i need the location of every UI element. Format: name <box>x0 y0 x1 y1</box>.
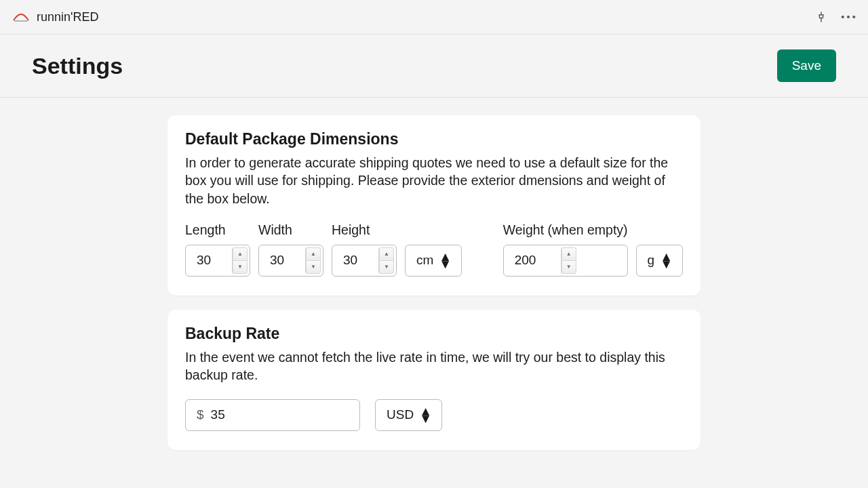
length-spinner: ▲ ▼ <box>232 247 248 274</box>
backup-title: Backup Rate <box>185 325 683 343</box>
size-unit-value: cm <box>416 253 433 268</box>
height-field: Height ▲ ▼ <box>332 222 397 277</box>
length-up-icon[interactable]: ▲ <box>233 247 248 260</box>
dimensions-fields: Length ▲ ▼ Width ▲ <box>185 222 683 277</box>
size-unit-select[interactable]: cm ▲▼ <box>405 245 462 277</box>
weight-field: Weight (when empty) ▲ ▼ <box>503 222 628 277</box>
length-field: Length ▲ ▼ <box>185 222 250 277</box>
weight-unit-value: g <box>648 253 655 268</box>
width-spinner: ▲ ▼ <box>305 247 321 274</box>
select-arrows-icon: ▲▼ <box>439 253 452 268</box>
backup-rate-input-wrapper: $ ▲ ▼ <box>185 399 360 431</box>
height-down-icon[interactable]: ▼ <box>379 260 394 274</box>
height-input-wrapper: ▲ ▼ <box>332 245 397 277</box>
length-input-wrapper: ▲ ▼ <box>185 245 250 277</box>
weight-up-icon[interactable]: ▲ <box>561 247 576 260</box>
size-fields: Length ▲ ▼ Width ▲ <box>185 222 462 277</box>
weight-input-wrapper: ▲ ▼ <box>503 245 628 277</box>
select-arrows-icon: ▲▼ <box>660 253 673 268</box>
weight-label: Weight (when empty) <box>503 222 628 238</box>
width-label: Width <box>258 222 323 238</box>
dimensions-desc: In order to generate accurate shipping q… <box>185 154 683 207</box>
weight-unit-select[interactable]: g ▲▼ <box>636 245 683 277</box>
width-down-icon[interactable]: ▼ <box>306 260 321 274</box>
currency-symbol: $ <box>186 407 211 422</box>
width-input-wrapper: ▲ ▼ <box>258 245 323 277</box>
width-field: Width ▲ ▼ <box>258 222 323 277</box>
height-label: Height <box>332 222 397 238</box>
height-spinner: ▲ ▼ <box>378 247 394 274</box>
pin-icon[interactable] <box>815 11 827 23</box>
app-name: runnin'RED <box>37 10 98 24</box>
svg-point-0 <box>842 16 844 18</box>
more-icon[interactable] <box>841 11 856 23</box>
backup-desc: In the event we cannot fetch the live ra… <box>185 348 683 384</box>
weight-input[interactable] <box>504 245 561 276</box>
weight-down-icon[interactable]: ▼ <box>561 260 576 274</box>
currency-value: USD <box>387 407 414 422</box>
dimensions-title: Default Package Dimensions <box>185 130 683 148</box>
svg-point-1 <box>847 16 850 18</box>
weight-spinner: ▲ ▼ <box>561 247 576 274</box>
size-unit-field: cm ▲▼ <box>405 245 462 277</box>
app-logo-icon <box>12 12 30 22</box>
content: Default Package Dimensions In order to g… <box>0 98 868 468</box>
page-header: Settings Save <box>0 35 868 98</box>
svg-point-2 <box>852 16 855 18</box>
topbar: runnin'RED <box>0 0 868 35</box>
backup-fields: $ ▲ ▼ USD ▲▼ <box>185 399 683 431</box>
topbar-right <box>815 11 856 23</box>
width-input[interactable] <box>259 245 305 276</box>
weight-fields: Weight (when empty) ▲ ▼ g ▲▼ <box>503 222 683 277</box>
currency-select[interactable]: USD ▲▼ <box>375 399 442 431</box>
length-input[interactable] <box>186 245 232 276</box>
height-input[interactable] <box>332 245 378 276</box>
height-up-icon[interactable]: ▲ <box>379 247 394 260</box>
save-button[interactable]: Save <box>777 49 836 82</box>
length-label: Length <box>185 222 250 238</box>
topbar-left: runnin'RED <box>12 10 98 24</box>
select-arrows-icon: ▲▼ <box>419 407 432 423</box>
dimensions-card: Default Package Dimensions In order to g… <box>167 115 701 296</box>
backup-rate-input[interactable] <box>211 407 360 422</box>
page-title: Settings <box>32 53 123 79</box>
backup-card: Backup Rate In the event we cannot fetch… <box>167 310 701 450</box>
width-up-icon[interactable]: ▲ <box>306 247 321 260</box>
weight-unit-field: g ▲▼ <box>636 245 683 277</box>
length-down-icon[interactable]: ▼ <box>233 260 248 274</box>
